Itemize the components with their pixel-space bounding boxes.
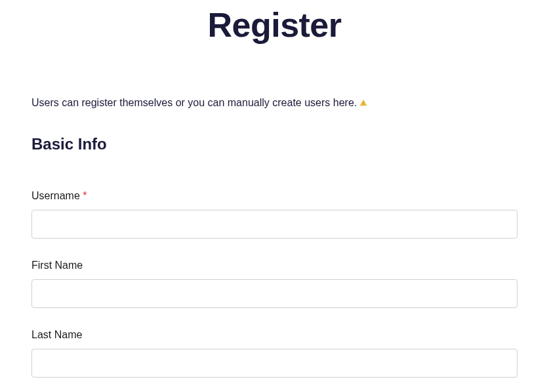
required-asterisk: * bbox=[83, 190, 87, 201]
svg-rect-1 bbox=[363, 104, 364, 105]
form-group-first-name: First Name bbox=[31, 260, 518, 308]
last-name-label: Last Name bbox=[31, 329, 518, 341]
warning-icon bbox=[359, 99, 367, 107]
username-input[interactable] bbox=[31, 210, 518, 239]
intro-copy: Users can register themselves or you can… bbox=[31, 97, 357, 109]
form-group-last-name: Last Name bbox=[31, 329, 518, 378]
last-name-input[interactable] bbox=[31, 349, 518, 378]
section-heading-basic-info: Basic Info bbox=[31, 135, 518, 153]
username-label-text: Username bbox=[31, 190, 83, 201]
username-label: Username * bbox=[31, 190, 518, 202]
intro-text: Users can register themselves or you can… bbox=[31, 97, 518, 109]
page-title: Register bbox=[31, 5, 518, 45]
form-group-username: Username * bbox=[31, 190, 518, 239]
svg-rect-0 bbox=[363, 102, 364, 104]
first-name-input[interactable] bbox=[31, 279, 518, 308]
first-name-label: First Name bbox=[31, 260, 518, 271]
